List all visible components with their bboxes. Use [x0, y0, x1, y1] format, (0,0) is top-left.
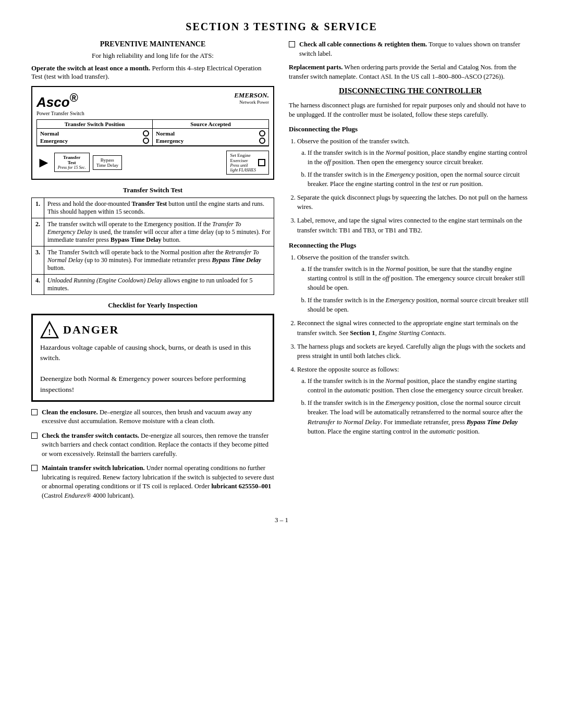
- list-item: Restore the opposite source as follows: …: [297, 365, 532, 436]
- normal-indicator-left: [143, 130, 149, 137]
- disconnect-controller-title: DISCONNECTING THE CONTROLLER: [289, 87, 532, 95]
- asco-panel: Asco® Power Transfer Switch EMERSON. Net…: [31, 86, 274, 180]
- emerson-sub: Network Power: [234, 100, 269, 105]
- checkbox-cable: [289, 41, 295, 47]
- row-text-4: Unloaded Running (Engine Cooldown) Delay…: [44, 274, 274, 294]
- checklist-item-2: Check the transfer switch contacts. De-e…: [31, 431, 274, 459]
- checklist-title: Checklist for Yearly Inspection: [31, 301, 274, 310]
- danger-label: DANGER: [63, 323, 119, 337]
- checklist-item-1: Clean the enclosure. De–energize all sou…: [31, 408, 274, 426]
- emergency-indicator-right: [259, 138, 265, 144]
- row1-col2: Normal Emergency: [153, 129, 268, 146]
- svg-text:!: !: [48, 328, 51, 337]
- emergency-indicator-left: [143, 138, 149, 144]
- bypass-time-delay-button: Bypass Time Delay: [93, 155, 122, 170]
- list-item: If the transfer switch is in the Emergen…: [308, 398, 532, 436]
- list-item: Observe the position of the transfer swi…: [297, 137, 532, 189]
- disconnect-plugs-list: Observe the position of the transfer swi…: [297, 137, 532, 235]
- table-row: 1. Press and hold the door-mounted Trans…: [32, 198, 274, 218]
- table-row: 4. Unloaded Running (Engine Cooldown) De…: [32, 274, 274, 294]
- list-item: If the transfer switch is in the Emergen…: [308, 170, 532, 189]
- list-item: If the transfer switch is in the Normal …: [308, 148, 532, 167]
- row-num-2: 2.: [32, 218, 44, 246]
- list-item: If the transfer switch is in the Emergen…: [308, 295, 532, 314]
- list-item: Label, remove, and tape the signal wires…: [297, 216, 532, 235]
- checklist-item-3: Maintain transfer switch lubrication. Un…: [31, 464, 274, 500]
- table-row: 3. The Transfer Switch will operate back…: [32, 246, 274, 274]
- col1-header: Transfer Switch Position: [37, 120, 153, 129]
- row-num-3: 3.: [32, 246, 44, 274]
- danger-body: Hazardous voltage capable of causing sho…: [40, 342, 265, 395]
- disconnect-plugs-title: Disconnecting the Plugs: [289, 125, 532, 133]
- col2-header: Source Accepted: [153, 120, 268, 129]
- danger-box: ! DANGER Hazardous voltage capable of ca…: [31, 314, 274, 402]
- normal-indicator-right: [259, 130, 265, 137]
- transfer-switch-test-title: Transfer Switch Test: [31, 186, 274, 194]
- row-num-4: 4.: [32, 274, 44, 294]
- list-item: If the transfer switch is in the Normal …: [308, 264, 532, 292]
- row-num-1: 1.: [32, 198, 44, 218]
- page-title: SECTION 3 TESTING & SERVICE: [31, 21, 532, 33]
- emerson-logo: EMERSON.: [234, 91, 269, 100]
- exerciser-circle: [258, 159, 265, 166]
- row1-col1: Normal Emergency: [37, 129, 153, 146]
- replacement-parts-para: Replacement parts. When ordering parts p…: [289, 63, 532, 81]
- list-item: Reconnect the signal wires connected to …: [297, 318, 532, 337]
- operate-text: Operate the switch at least once a month…: [31, 64, 274, 81]
- reconnect-plugs-title: Reconnecting the Plugs: [289, 241, 532, 250]
- checkbox-3: [31, 465, 38, 471]
- list-item: Separate the quick disconnect plugs by s…: [297, 193, 532, 212]
- intro-text: For high reliability and long life for t…: [31, 52, 274, 60]
- page-footer: 3 – 1: [31, 516, 532, 524]
- list-item: Observe the position of the transfer swi…: [297, 253, 532, 315]
- checkbox-1: [31, 409, 38, 415]
- asco-subtitle: Power Transfer Switch: [36, 110, 84, 116]
- danger-triangle-icon: !: [40, 320, 59, 339]
- table-row: 2. The transfer switch will operate to t…: [32, 218, 274, 246]
- asco-logo: Asco®: [36, 91, 84, 110]
- list-item: The harness plugs and sockets are keyed.…: [297, 342, 532, 361]
- set-engine-exerciser-button: Set Engine Exerciser Press until light F…: [226, 151, 269, 175]
- arrow-icon: ►: [36, 155, 51, 170]
- transfer-test-button: Transfer Test Press for 15 Sec.: [54, 153, 90, 172]
- row-text-2: The transfer switch will operate to the …: [44, 218, 274, 246]
- disconnect-intro: The harness disconnect plugs are furnish…: [289, 101, 532, 119]
- transfer-switch-test-table: 1. Press and hold the door-mounted Trans…: [31, 198, 274, 295]
- list-item: If the transfer switch is in the Normal …: [308, 376, 532, 395]
- check-cable-item: Check all cable connections & retighten …: [289, 40, 532, 58]
- preventive-maintenance-title: PREVENTIVE MAINTENANCE: [31, 40, 274, 48]
- row-text-1: Press and hold the door-mounted Transfer…: [44, 198, 274, 218]
- row-text-3: The Transfer Switch will operate back to…: [44, 246, 274, 274]
- checkbox-2: [31, 433, 38, 439]
- reconnect-plugs-list: Observe the position of the transfer swi…: [297, 253, 532, 436]
